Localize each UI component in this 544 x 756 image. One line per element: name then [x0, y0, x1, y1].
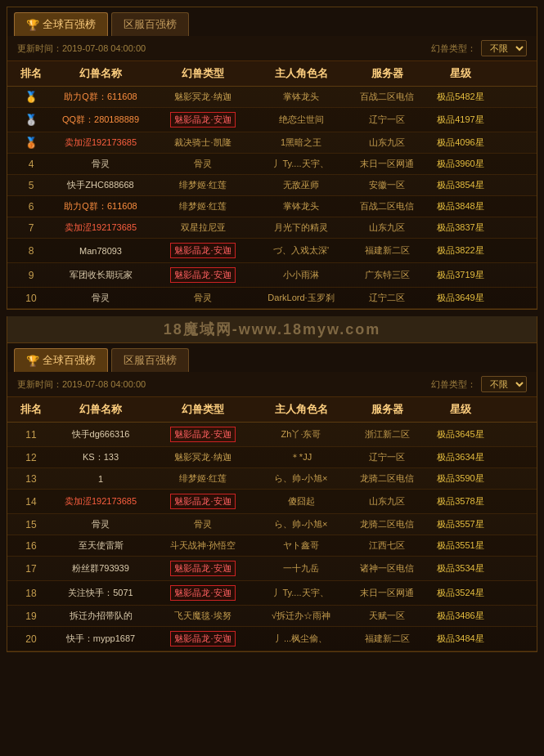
- cell-rank: 20: [11, 633, 52, 645]
- cell-server: 辽宁一区: [346, 114, 428, 126]
- cell-owner: 掌钵龙头: [256, 200, 346, 212]
- col-rank: 排名: [11, 66, 52, 81]
- cell-rank: 🥈: [11, 114, 52, 126]
- cell-server: 山东九区: [346, 495, 428, 508]
- table-row: 9 军团收长期玩家 魅影晶龙·安迦 小小雨淋 广东特三区 极品3719星: [7, 263, 537, 288]
- cell-stars: 极品3634星: [428, 451, 493, 463]
- monster-type-select[interactable]: 不限: [481, 40, 527, 56]
- cell-rank: 9: [11, 270, 52, 281]
- cell-monster-type: 魅影晶龙·安迦: [150, 494, 256, 509]
- cell-rank: 13: [11, 473, 52, 485]
- cell-server: 广东特三区: [346, 269, 428, 281]
- table-row: 🥇 助力Q群：611608 魅影冥龙·纳迦 掌钵龙头 百战二区电信 极品5482…: [7, 87, 537, 108]
- cell-name: 快手：mypp1687: [52, 633, 150, 645]
- cell-name: 至天使雷斯: [52, 539, 150, 552]
- cell-stars: 极品3590星: [428, 472, 493, 485]
- cell-server: 辽宁一区: [346, 451, 428, 463]
- filter-bar-top: 更新时间：2019-07-08 04:00:00 幻兽类型： 不限: [7, 36, 537, 61]
- cell-name: 粉丝群793939: [52, 562, 150, 575]
- tab-bar-bottom: 🏆 全球百强榜 区服百强榜: [7, 343, 537, 372]
- cell-owner: 无敌巫师: [256, 179, 346, 191]
- tab-region-bottom[interactable]: 区服百强榜: [111, 348, 189, 372]
- watermark-text: 18魔域网-www.18myw.com: [164, 321, 381, 338]
- col-stars: 星级: [428, 66, 493, 81]
- cell-monster-type: 魅影晶龙·安迦: [150, 561, 256, 576]
- cell-stars: 极品3822星: [428, 244, 493, 257]
- monster-type-boxed: 魅影晶龙·安迦: [170, 561, 235, 576]
- cell-name: 快手ZHC688668: [52, 179, 150, 191]
- cell-rank: 🥉: [11, 136, 52, 149]
- trophy-icon-bottom: 🏆: [26, 355, 39, 367]
- cell-monster-type: 骨灵: [150, 518, 256, 530]
- monster-type-label-bottom: 幻兽类型：: [431, 378, 476, 391]
- cell-owner: 1黑暗之王: [256, 136, 346, 149]
- cell-owner: ＊*JJ: [256, 451, 346, 463]
- cell-stars: 极品3484星: [428, 633, 493, 645]
- table-row: 17 粉丝群793939 魅影晶龙·安迦 一十九岳 诸神一区电信 极品3534星: [7, 557, 537, 581]
- cell-stars: 极品3848星: [428, 200, 493, 212]
- cell-owner: 小小雨淋: [256, 269, 346, 281]
- monster-type-boxed: 魅影晶龙·安迦: [170, 494, 235, 509]
- cell-server: 辽宁二区: [346, 292, 428, 304]
- cell-stars: 极品3645星: [428, 428, 493, 441]
- cell-monster-type: 魅影晶龙·安迦: [150, 243, 256, 258]
- monster-type-boxed: 魅影晶龙·安迦: [170, 631, 235, 646]
- cell-stars: 极品3578星: [428, 495, 493, 508]
- cell-owner: づ、入戏太深': [256, 244, 346, 257]
- tab-region[interactable]: 区服百强榜: [111, 12, 189, 36]
- cell-monster-type: 绯梦姬·红莲: [150, 472, 256, 485]
- monster-type-select-bottom[interactable]: 不限: [481, 376, 527, 392]
- monster-type-boxed: 魅影晶龙·安迦: [170, 585, 235, 601]
- table-row: 4 骨灵 骨灵 丿Ty....天宇、 末日一区网通 极品3960星: [7, 154, 537, 175]
- cell-owner: 月光下的精灵: [256, 221, 346, 234]
- cell-stars: 极品3854星: [428, 179, 493, 191]
- update-time: 更新时间：2019-07-08 04:00:00: [17, 42, 146, 55]
- update-time-bottom: 更新时间：2019-07-08 04:00:00: [17, 378, 146, 391]
- monster-type-boxed: 魅影晶龙·安迦: [170, 267, 235, 283]
- monster-type-label: 幻兽类型：: [431, 42, 476, 55]
- cell-owner: 一十九岳: [256, 562, 346, 575]
- cell-name: 骨灵: [52, 518, 150, 530]
- col-monster-name: 幻兽名称: [52, 66, 150, 81]
- cell-owner: ら、帅-小旭×: [256, 472, 346, 485]
- cell-stars: 极品3837星: [428, 221, 493, 234]
- table-rows-top10: 🥇 助力Q群：611608 魅影冥龙·纳迦 掌钵龙头 百战二区电信 极品5482…: [7, 87, 537, 309]
- cell-name: 骨灵: [52, 292, 150, 304]
- cell-server: 百战二区电信: [346, 91, 428, 103]
- tab-global[interactable]: 🏆 全球百强榜: [14, 12, 108, 36]
- tab-global-bottom[interactable]: 🏆 全球百强榜: [14, 348, 108, 372]
- cell-rank: 8: [11, 245, 52, 257]
- col-server: 服务器: [346, 66, 428, 81]
- cell-stars: 极品3557星: [428, 518, 493, 530]
- cell-name: 骨灵: [52, 158, 150, 170]
- cell-server: 浙江新二区: [346, 428, 428, 441]
- cell-stars: 极品5482星: [428, 91, 493, 103]
- cell-owner: ヤト鑫哥: [256, 539, 346, 552]
- cell-monster-type: 魅影冥龙·纳迦: [150, 451, 256, 463]
- cell-monster-type: 魅影晶龙·安迦: [150, 585, 256, 601]
- table-row: 10 骨灵 骨灵 DarkLord·玉罗刹 辽宁二区 极品3649星: [7, 288, 537, 309]
- cell-server: 百战二区电信: [346, 200, 428, 212]
- cell-owner: Zh丫·东哥: [256, 428, 346, 441]
- cell-server: 诸神一区电信: [346, 562, 428, 575]
- cell-owner: √拆迁办☆雨神: [256, 610, 346, 622]
- cell-stars: 极品4096星: [428, 136, 493, 149]
- cell-server: 山东九区: [346, 136, 428, 149]
- table-row: 19 拆迁办招带队的 飞天魔毯·埃努 √拆迁办☆雨神 天赋一区 极品3486星: [7, 606, 537, 627]
- cell-rank: 5: [11, 180, 52, 191]
- cell-stars: 极品3534星: [428, 562, 493, 575]
- cell-name: KS：133: [52, 451, 150, 463]
- cell-server: 天赋一区: [346, 610, 428, 622]
- cell-rank: 10: [11, 293, 52, 304]
- cell-name: 拆迁办招带队的: [52, 610, 150, 622]
- cell-monster-type: 魅影晶龙·安迦: [150, 631, 256, 646]
- cell-name: 关注快手：5071: [52, 587, 150, 599]
- cell-owner: 丿...枫尘偷、: [256, 633, 346, 645]
- cell-monster-type: 魅影冥龙·纳迦: [150, 91, 256, 103]
- table-row: 11 快手dg666316 魅影晶龙·安迦 Zh丫·东哥 浙江新二区 极品364…: [7, 423, 537, 447]
- cell-owner: 傻囧起: [256, 495, 346, 508]
- cell-owner: DarkLord·玉罗刹: [256, 292, 346, 304]
- table-rows-11to20: 11 快手dg666316 魅影晶龙·安迦 Zh丫·东哥 浙江新二区 极品364…: [7, 423, 537, 651]
- panel-bottom: 🏆 全球百强榜 区服百强榜 更新时间：2019-07-08 04:00:00 幻…: [7, 342, 537, 652]
- cell-rank: 14: [11, 496, 52, 508]
